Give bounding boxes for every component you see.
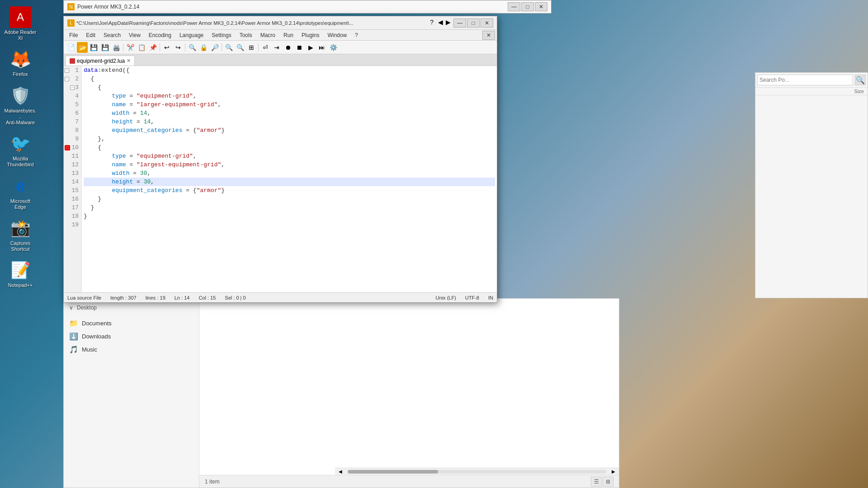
tb-find-next[interactable]: 🔎 [209,42,220,53]
menu-x-button[interactable]: ✕ [482,31,495,40]
thunderbird-icon: 🐦 [9,133,31,155]
search-button[interactable]: 🔍 [855,75,866,85]
menu-edit[interactable]: Edit [82,31,99,39]
status-position: Ln : 14 [175,295,190,300]
tb-undo[interactable]: ↩ [161,42,172,53]
editor-close-button[interactable]: ✕ [481,19,493,28]
fold-3[interactable]: − [70,85,75,90]
close-button[interactable]: ✕ [535,2,547,11]
tb-cut[interactable]: ✂️ [125,42,136,53]
menu-tools[interactable]: Tools [236,31,256,39]
minimize-button[interactable]: — [508,2,520,11]
tb-search[interactable]: 🔍 [187,42,198,53]
icon-thunderbird[interactable]: 🐦 Mozilla Thunderbird [2,131,38,169]
toolbar-sep-5 [258,43,259,52]
search-input[interactable] [757,75,853,85]
tb-settings[interactable]: ⚙️ [328,42,339,53]
tb-wordwrap[interactable]: ⏎ [260,42,271,53]
view-buttons: ☰ ⊞ [591,477,613,487]
tb-save[interactable]: 💾 [88,42,99,53]
status-filetype: Lua source File [67,295,101,300]
menu-encoding[interactable]: Encoding [145,31,175,39]
firefox-label: Firefox [13,71,28,77]
tb-open-folder[interactable]: 📂 [77,42,88,53]
notepadpp-icon: 📝 [9,259,31,281]
menu-search[interactable]: Search [100,31,124,39]
tb-zoom-in[interactable]: 🔍 [223,42,234,53]
tb-paste[interactable]: 📌 [147,42,158,53]
tb-macro-rec[interactable]: ⏺ [283,42,293,53]
tb-macro-play[interactable]: ▶ [305,42,316,53]
editor-titlebar-controls[interactable]: ? ◀ ▶ — □ ✕ [430,19,493,28]
tb-copy[interactable]: 📋 [136,42,147,53]
line-numbers: − 1 − 2 − 3 4 5 6 7 8 9 □ 10 11 12 13 [64,66,82,292]
list-view-button[interactable]: ☰ [591,477,602,487]
icon-notepadpp[interactable]: 📝 Notepad++ [2,258,38,290]
tb-print[interactable]: 🖨️ [111,42,122,53]
scroll-thumb[interactable] [348,470,438,474]
tb-save2[interactable]: 💾 [99,42,110,53]
code-line-9: }, [84,135,495,143]
adobe-reader-label: Adobe Reader XI [4,29,37,41]
adobe-reader-icon: A [9,6,31,28]
tab-close-button[interactable]: ✕ [127,58,131,64]
icon-captures[interactable]: 📸 Captures Shortcut [2,216,38,254]
fold-1[interactable]: − [65,68,69,73]
editor-minimize-button[interactable]: — [453,19,466,28]
icon-firefox[interactable]: 🦊 Firefox [2,47,38,79]
menu-macro[interactable]: Macro [257,31,279,39]
code-line-14: height = 30, [84,178,495,186]
menu-language[interactable]: Language [176,31,207,39]
code-editor[interactable]: data:extend({ { { type = "equipment-grid… [82,66,497,292]
menu-help[interactable]: ? [351,31,362,39]
status-length: length : 307 [110,295,137,300]
icon-adobe-reader[interactable]: A Adobe Reader XI [2,5,38,43]
menu-window[interactable]: Window [324,31,350,39]
tb-redo[interactable]: ↪ [173,42,184,53]
explorer-documents[interactable]: 📁 Documents [64,317,199,330]
notepadpp-label: Notepad++ [8,282,33,288]
tb-indent[interactable]: ⇥ [271,42,282,53]
explorer-music[interactable]: 🎵 Music [64,343,199,356]
icon-edge[interactable]: e Microsoft Edge [2,174,38,212]
breadcrumb-chevron[interactable]: ∨ [69,305,73,311]
code-line-6: width = 14, [84,109,495,117]
tb-zoom-restore[interactable]: ⊞ [246,42,257,53]
menu-run[interactable]: Run [280,31,297,39]
horizontal-scrollbar[interactable]: ◀ ▶ [335,468,619,475]
fold-2[interactable]: − [65,77,69,81]
editor-restore-button[interactable]: □ [467,19,480,28]
editor-window: L *C:\Users\Joe\AppData\Roaming\Factorio… [63,16,497,303]
malwarebytes-label: Malwarebytes...Anti-Malware [4,108,37,126]
line-num-18: 18 [64,212,81,221]
column-header: Size [755,88,868,95]
line-num-11: 11 [64,152,81,160]
main-window-controls[interactable]: — □ ✕ [508,2,547,11]
search-box: 🔍 [755,73,868,88]
line-num-13: 13 [64,169,81,178]
help-icon[interactable]: ? [430,19,434,28]
tb-replace[interactable]: 🔒 [198,42,209,53]
grid-view-button[interactable]: ⊞ [603,477,613,487]
tb-new[interactable]: 📄 [66,42,76,53]
nav-back-icon[interactable]: ◀ [438,19,443,28]
tb-zoom-out[interactable]: 🔍 [235,42,245,53]
maximize-button[interactable]: □ [521,2,534,11]
menu-file[interactable]: File [66,31,81,39]
tb-run-script[interactable]: ⏭ [316,42,327,53]
edge-label: Microsoft Edge [4,198,37,210]
menu-plugins[interactable]: Plugins [298,31,323,39]
menu-view[interactable]: View [125,31,144,39]
tb-macro-stop[interactable]: ⏹ [294,42,305,53]
icon-malwarebytes[interactable]: 🛡️ Malwarebytes...Anti-Malware [2,83,38,128]
error-10: □ [65,145,70,150]
toolbar-sep-2 [160,43,160,52]
tab-equipment-grid2[interactable]: equipment-grid2.lua ✕ [66,56,135,66]
explorer-downloads[interactable]: ⬇️ Downloads [64,330,199,343]
code-line-11: type = "equipment-grid", [84,152,495,160]
scroll-track[interactable] [348,470,606,474]
menu-settings[interactable]: Settings [208,31,235,39]
line-num-7: 7 [64,117,81,126]
code-line-12: name = "largest-equipment-grid", [84,160,495,169]
nav-forward-icon[interactable]: ▶ [446,19,451,28]
